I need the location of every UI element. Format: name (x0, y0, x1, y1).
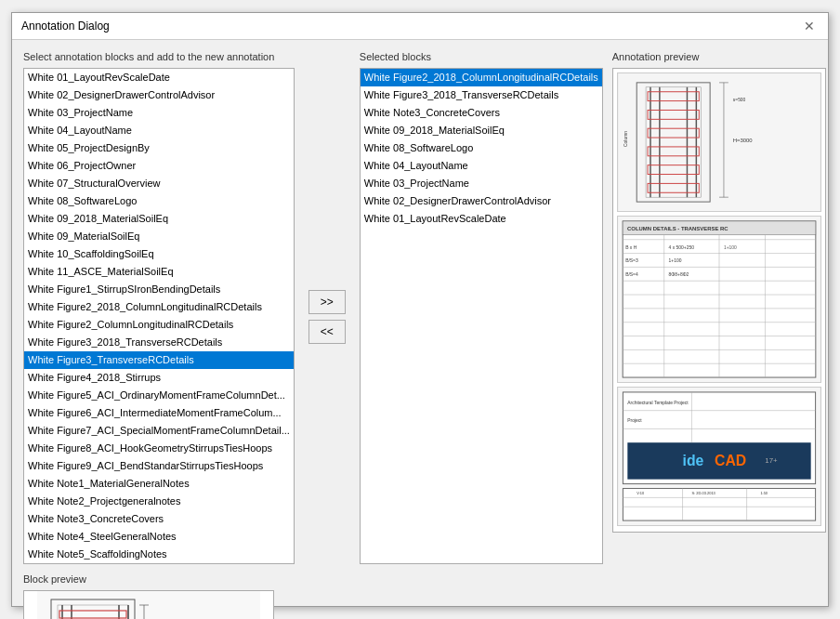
svg-text:1+100: 1+100 (724, 245, 737, 250)
left-list-item[interactable]: White Note5_ScaffoldingNotes (24, 546, 294, 563)
left-list-item[interactable]: White 01_LayoutRevScaleDate (24, 69, 294, 86)
left-list-item[interactable]: White Note1_MaterialGeneralNotes (24, 475, 294, 493)
svg-text:S: 2D-03.2013: S: 2D-03.2013 (691, 491, 715, 495)
left-list-item[interactable]: White Figure5_ACI_OrdinaryMomentFrameCol… (24, 387, 294, 404)
left-panel: Select annotation blocks and add to the … (23, 51, 295, 564)
left-list-item[interactable]: White Figure9_ACI_BendStandarStirrupsTie… (24, 457, 294, 475)
dialog-title: Annotation Dialog (21, 20, 110, 33)
left-list-item[interactable]: White Note3_ConcreteCovers (24, 510, 294, 528)
svg-text:ide: ide (682, 453, 703, 468)
preview-image-top: H=3000 s=500 Column (617, 72, 821, 212)
svg-text:B/S=3: B/S=3 (625, 258, 638, 263)
left-list-item[interactable]: White 05_ProjectDesignBy (24, 139, 294, 157)
remove-button[interactable]: << (308, 320, 346, 344)
svg-text:B x H: B x H (625, 245, 637, 250)
left-list-item[interactable]: White Figure1_StirrupSIronBendingDetails (24, 281, 294, 298)
footer-buttons: Save Cancel (283, 573, 545, 619)
selected-list-item[interactable]: White 03_ProjectName (361, 175, 602, 192)
left-list-item[interactable]: White 09_MaterialSoilEq (24, 228, 294, 245)
svg-text:H=3000: H=3000 (733, 138, 754, 143)
right-spacer (555, 573, 817, 619)
svg-text:s=500: s=500 (733, 98, 746, 102)
left-list-item[interactable]: White 07_StructuralOverview (24, 175, 294, 192)
svg-text:V:10: V:10 (637, 491, 645, 495)
svg-rect-0 (618, 73, 820, 211)
svg-text:1+100: 1+100 (668, 258, 681, 263)
annotation-preview-label: Annotation preview (612, 51, 826, 62)
selected-list-item[interactable]: White 09_2018_MaterialSoilEq (361, 122, 602, 139)
left-list-item[interactable]: White 03_ProjectName (24, 104, 294, 122)
left-list-item[interactable]: White Figure3_TransverseRCDetails (24, 351, 294, 369)
left-list-item[interactable]: White Figure7_ACI_SpecialMomentFrameColu… (24, 422, 294, 440)
bottom-section: Block preview (23, 573, 817, 619)
left-list-item[interactable]: White 08_SoftwareLogo (24, 192, 294, 210)
right-panel: Annotation preview (612, 51, 826, 564)
selected-panel-label: Selected blocks (360, 51, 603, 62)
left-list-item[interactable]: White 10_ScaffoldingSoilEq (24, 245, 294, 263)
left-list-item[interactable]: White Figure8_ACI_HookGeometryStirrupsTi… (24, 440, 294, 457)
left-list-item[interactable]: White Note4_SteelGeneralNotes (24, 528, 294, 546)
left-list-item[interactable]: White Figure6_ACI_IntermediateMomentFram… (24, 404, 294, 422)
annotation-preview-box: H=3000 s=500 Column COLU (612, 68, 826, 533)
block-preview-panel: Block preview (23, 573, 274, 619)
left-list-item[interactable]: White Figure3_2018_TransverseRCDetails (24, 334, 294, 351)
svg-text:B/S=4: B/S=4 (625, 272, 638, 277)
svg-text:8Φ8+8Φ2: 8Φ8+8Φ2 (668, 272, 689, 277)
svg-rect-62 (37, 590, 260, 619)
annotation-blocks-list[interactable]: White 01_LayoutRevScaleDateWhite 02_Desi… (23, 68, 295, 564)
left-list-item[interactable]: White 04_LayoutName (24, 122, 294, 139)
dialog-content: Select annotation blocks and add to the … (12, 40, 828, 619)
left-panel-label: Select annotation blocks and add to the … (23, 51, 295, 62)
selected-list-item[interactable]: White Note3_ConcreteCovers (361, 104, 602, 122)
svg-text:Project: Project (627, 418, 642, 423)
annotation-dialog: Annotation Dialog ✕ Select annotation bl… (11, 12, 829, 607)
left-list-item[interactable]: White 06_ProjectOwner (24, 157, 294, 175)
close-button[interactable]: ✕ (800, 19, 819, 33)
svg-text:Architectural Template Project: Architectural Template Project (627, 401, 689, 405)
left-list-item[interactable]: White 09_2018_MaterialSoilEq (24, 210, 294, 228)
preview-image-middle: COLUMN DETAILS - TRANSVERSE RC (617, 216, 821, 383)
svg-text:COLUMN DETAILS - TRANSVERSE RC: COLUMN DETAILS - TRANSVERSE RC (627, 226, 728, 231)
left-list-item[interactable]: White Figure4_2018_Stirrups (24, 369, 294, 387)
top-section: Select annotation blocks and add to the … (23, 51, 817, 564)
add-button[interactable]: >> (308, 290, 346, 314)
middle-panel: >> << (304, 51, 350, 564)
left-list-item[interactable]: White Figure2_ColumnLongitudinalRCDetail… (24, 316, 294, 334)
selected-blocks-list[interactable]: White Figure2_2018_ColumnLongitudinalRCD… (360, 68, 603, 564)
svg-text:Column: Column (623, 131, 628, 147)
title-bar: Annotation Dialog ✕ (12, 13, 828, 40)
preview-image-bottom: ide CAD 17+ Architectural Template Proje… (617, 387, 821, 526)
svg-text:CAD: CAD (715, 453, 746, 468)
left-list-item[interactable]: White 11_ASCE_MaterialSoilEq (24, 263, 294, 281)
svg-text:17+: 17+ (765, 456, 778, 465)
selected-list-item[interactable]: White Figure2_2018_ColumnLongitudinalRCD… (361, 69, 602, 86)
svg-text:1:50: 1:50 (760, 491, 768, 495)
selected-list-item[interactable]: White 02_DesignerDrawerControlAdvisor (361, 192, 602, 210)
selected-panel: Selected blocks White Figure2_2018_Colum… (360, 51, 603, 564)
selected-list-item[interactable]: White 01_LayoutRevScaleDate (361, 210, 602, 228)
selected-list-item[interactable]: White 08_SoftwareLogo (361, 139, 602, 157)
selected-list-item[interactable]: White Figure3_2018_TransverseRCDetails (361, 86, 602, 104)
svg-text:4 x 500+250: 4 x 500+250 (668, 245, 694, 250)
left-list-item[interactable]: White Note2_Projectgeneralnotes (24, 493, 294, 510)
block-preview-label: Block preview (23, 573, 274, 585)
left-list-item[interactable]: White Figure2_2018_ColumnLongitudinalRCD… (24, 298, 294, 316)
selected-list-item[interactable]: White 04_LayoutName (361, 157, 602, 175)
left-list-item[interactable]: White 02_DesignerDrawerControlAdvisor (24, 86, 294, 104)
block-preview-box: H=3000 Annotations at scale 1:1 - White … (23, 590, 274, 619)
svg-rect-54 (623, 489, 815, 521)
